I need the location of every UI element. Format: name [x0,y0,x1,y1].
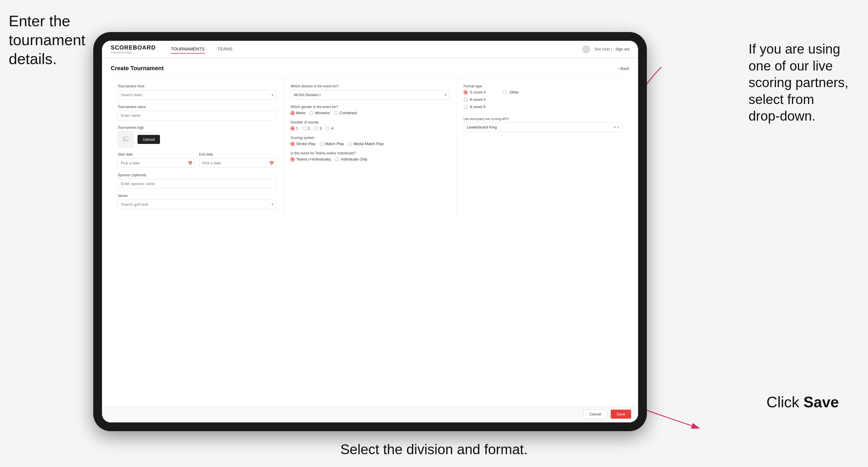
live-scoring-clear-icon[interactable]: ✕ ≡ [613,125,619,129]
logo-sub: Powered by clippt [111,51,156,54]
gender-womens-radio[interactable] [309,111,313,115]
event-teams-radio[interactable] [290,157,294,161]
end-date-wrapper [199,158,276,168]
gender-womens[interactable]: Womens [309,111,330,115]
venue-select-wrapper [118,199,276,209]
division-select-wrapper: NCAA Division I [290,90,449,100]
rounds-2-radio[interactable] [303,126,307,130]
sponsor-group: Sponsor (optional) [118,173,276,188]
scoring-match-label: Match Play [325,142,344,146]
gender-mens-radio[interactable] [290,111,294,115]
format-type-label: Format type [464,84,622,88]
rounds-3-label: 3 [320,126,322,130]
format-6count4-radio[interactable] [464,98,468,102]
svg-point-7 [124,138,125,139]
scoring-stroke-label: Stroke Play [296,142,315,146]
rounds-4-radio[interactable] [326,126,330,130]
annotation-click-save-prefix: Click [766,394,803,410]
scoring-group: Scoring system Stroke Play Match Play [290,136,449,146]
logo-upload-area: Upload [118,131,276,147]
back-button[interactable]: ‹ Back [618,66,629,71]
scoring-stroke-radio[interactable] [290,142,294,146]
date-row: Start date End date [118,152,276,168]
sponsor-input[interactable] [118,179,276,188]
tournament-name-label: Tournament name [118,105,276,109]
logo-main: SCOREBOARD [111,44,156,51]
event-individuals[interactable]: Individuals Only [335,157,367,161]
user-avatar [582,45,590,53]
rounds-group: Number of rounds 1 2 [290,120,449,130]
scoring-match[interactable]: Match Play [320,142,344,146]
live-scoring-input[interactable]: Leaderboard King ✕ ≡ [464,122,622,132]
scoring-match-radio[interactable] [320,142,324,146]
annotation-click-save: Click Save [766,393,839,412]
end-date-group: End date [199,152,276,168]
save-button[interactable]: Save [611,410,631,418]
annotation-live-scoring: If you are using one of our live scoring… [748,41,859,125]
form-grid: Tournament Host Tournament name Tourname… [111,78,629,220]
format-5count4-radio[interactable] [464,90,468,94]
format-6count5[interactable]: 6 count 5 [464,104,486,109]
annotation-click-save-bold: Save [804,394,839,410]
format-other-radio[interactable] [503,90,507,94]
tournament-logo-label: Tournament logo [118,126,276,130]
tournament-name-input[interactable] [118,111,276,120]
venue-group: Venue [118,194,276,209]
user-name: Test User | [594,47,612,51]
live-scoring-section: Use third-party live scoring API? Leader… [464,117,622,132]
scoring-medal-match[interactable]: Medal Match Play [348,142,383,146]
event-type-radio-group: Teams (+Individuals) Individuals Only [290,157,449,161]
rounds-2[interactable]: 2 [303,126,310,130]
gender-mens-label: Mens [296,111,305,115]
scoring-stroke[interactable]: Stroke Play [290,142,315,146]
division-select[interactable]: NCAA Division I [290,90,449,100]
end-date-input[interactable] [199,158,276,168]
sign-out-link[interactable]: Sign out [615,47,629,51]
event-type-label: Is this event for Teams and/or Individua… [290,151,449,155]
logo-placeholder-icon [118,131,133,147]
event-individuals-radio[interactable] [335,157,339,161]
scoring-medal-match-radio[interactable] [348,142,352,146]
tablet-frame: SCOREBOARD Powered by clippt TOURNAMENTS… [93,32,647,431]
date-group: Start date End date [118,152,276,168]
format-6count4-label: 6 count 4 [470,97,486,102]
rounds-1[interactable]: 1 [290,126,298,130]
start-date-label: Start date [118,152,195,156]
event-teams[interactable]: Teams (+Individuals) [290,157,331,161]
venue-label: Venue [118,194,276,198]
tournament-host-input[interactable] [118,90,276,100]
gender-combined-radio[interactable] [334,111,338,115]
nav-tab-tournaments[interactable]: TOURNAMENTS [170,44,205,54]
annotation-enter-tournament: Enter the tournament details. [9,12,102,68]
rounds-1-radio[interactable] [290,126,294,130]
scoring-radio-group: Stroke Play Match Play Medal Match Play [290,142,449,146]
format-other[interactable]: Other [503,90,519,94]
format-5count4-label: 5 count 4 [470,90,486,94]
upload-button[interactable]: Upload [137,135,160,144]
gender-combined[interactable]: Combined [334,111,356,115]
gender-mens[interactable]: Mens [290,111,305,115]
live-scoring-value: Leaderboard King [467,125,497,129]
cancel-button[interactable]: Cancel [583,409,607,419]
app-header: SCOREBOARD Powered by clippt TOURNAMENTS… [102,41,638,58]
start-date-wrapper [118,158,195,168]
start-date-input[interactable] [118,158,195,168]
scoring-label: Scoring system [290,136,449,140]
rounds-3[interactable]: 3 [314,126,322,130]
venue-input[interactable] [118,199,276,209]
format-6count5-radio[interactable] [464,105,468,109]
form-col-1: Tournament Host Tournament name Tourname… [111,79,283,220]
rounds-1-label: 1 [296,126,298,130]
nav-tab-teams[interactable]: TEAMS [217,44,233,54]
rounds-3-radio[interactable] [314,126,318,130]
rounds-radio-group: 1 2 3 4 [290,126,449,130]
tablet-screen: SCOREBOARD Powered by clippt TOURNAMENTS… [102,41,638,423]
format-other-label: Other [509,90,519,94]
tournament-host-label: Tournament Host [118,84,276,88]
form-col-2: Which division is the event for? NCAA Di… [283,79,456,220]
format-5count4[interactable]: 5 count 4 [464,90,486,94]
end-date-label: End date [199,152,276,156]
rounds-4[interactable]: 4 [326,126,333,130]
format-6count4[interactable]: 6 count 4 [464,97,486,102]
event-teams-label: Teams (+Individuals) [296,157,331,161]
